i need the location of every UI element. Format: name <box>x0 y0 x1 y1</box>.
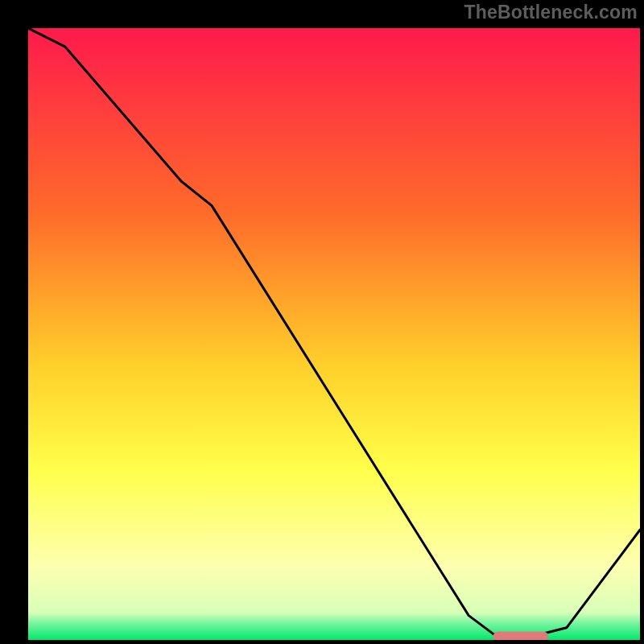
svg-rect-0 <box>28 28 640 640</box>
plot-area <box>28 28 640 640</box>
chart-svg <box>28 28 640 640</box>
optimal-range-marker <box>493 631 548 640</box>
chart-frame: TheBottleneck.com <box>0 0 644 644</box>
watermark-text: TheBottleneck.com <box>464 2 638 23</box>
